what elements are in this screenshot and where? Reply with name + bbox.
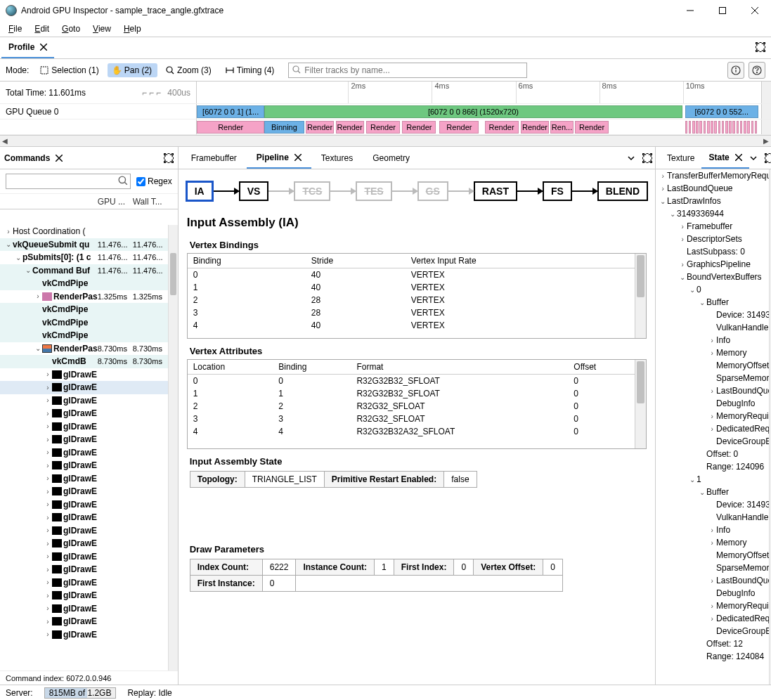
command-search-input[interactable] [6,174,131,189]
state-row[interactable]: ⌄3149336944 [656,207,769,220]
table-row[interactable]: 44R32G32B32A32_SFLOAT0 [188,425,635,438]
trace-block[interactable] [711,121,713,134]
zoom-mode-button[interactable]: Zoom (3) [160,63,217,77]
command-row[interactable]: ›glDrawE [0,446,168,460]
state-row[interactable]: ›MemoryRequirements [656,599,769,612]
close-icon[interactable] [40,44,47,51]
state-row[interactable]: LastSubpass: 0 [656,245,769,258]
command-row[interactable]: ⌄Command Buf11.476...11.476... [0,264,168,278]
state-row[interactable]: VulkanHandle: 1483992096 [656,511,769,524]
command-row[interactable]: vkCmdPipe [0,329,168,342]
trace-block[interactable] [692,121,695,134]
tab-textures[interactable]: Textures [311,147,363,169]
state-row[interactable]: ›LastBoundQueue [656,574,769,587]
trace-block[interactable] [718,121,721,134]
trace-block[interactable]: Render [439,121,479,134]
state-row[interactable]: MemoryOffset: 12964288 [656,549,769,562]
help-button[interactable] [749,62,765,79]
command-row[interactable]: ⌄pSubmits[0]: (1 c11.476...11.476... [0,251,168,264]
trace-block[interactable] [755,121,758,134]
chevron-down-icon[interactable] [749,154,758,162]
trace-block[interactable]: Ren... [550,121,573,134]
menu-file[interactable]: File [3,22,27,35]
trace-block[interactable] [696,121,699,134]
scroll-left-icon[interactable]: ◀ [2,137,8,145]
timeline-hscroll[interactable]: ◀ ▶ [0,135,771,146]
timeline-ruler[interactable]: 2ms4ms6ms8ms10ms [197,82,761,103]
stage-ia[interactable]: IA [186,181,214,202]
state-row[interactable]: ›Memory [656,536,769,549]
trace-block[interactable] [744,121,746,134]
command-row[interactable]: ⌄vkQueueSubmit qu11.476...11.476... [0,238,168,252]
table-vscroll[interactable] [635,254,646,338]
trace-block[interactable]: [6072 0 0 552... [685,105,758,118]
command-row[interactable]: ›glDrawE [0,576,168,590]
command-row[interactable]: vkCmdB8.730ms8.730ms [0,355,168,368]
command-row[interactable]: ›glDrawE [0,485,168,498]
trace-block[interactable] [732,121,735,134]
table-row[interactable]: 22R32G32_SFLOAT0 [188,400,635,413]
state-row[interactable]: ›LastBoundQueue [656,182,769,195]
col-gpu[interactable]: GPU ... [98,197,133,207]
command-row[interactable]: ›glDrawE [0,394,168,408]
trace-block[interactable]: Render [306,121,334,134]
timing-mode-button[interactable]: Timing (4) [220,63,280,77]
state-row[interactable]: MemoryOffset: 12964288 [656,359,769,372]
trace-block[interactable] [751,121,754,134]
tab-pipeline[interactable]: Pipeline [247,147,311,169]
state-row[interactable]: DeviceGroupBinding [656,435,769,448]
command-row[interactable]: ›glDrawE [0,524,168,538]
state-row[interactable]: SparseMemoryBindings [656,372,769,384]
tab-texture[interactable]: Texture [660,147,701,169]
state-row[interactable]: ›Info [656,524,769,536]
state-row[interactable]: ⌄1 [656,473,769,486]
menu-edit[interactable]: Edit [29,22,55,35]
close-icon[interactable] [735,154,742,161]
state-row[interactable]: ›Info [656,334,769,346]
table-row[interactable]: 33R32G32_SFLOAT0 [188,413,635,425]
trace-block[interactable] [707,121,710,134]
state-row[interactable]: Offset: 0 [656,448,769,460]
stage-vs[interactable]: VS [239,181,269,201]
state-row[interactable]: ⌄0 [656,283,769,296]
stage-gs[interactable]: GS [417,181,448,201]
state-row[interactable]: ›DedicatedRequirements [656,612,769,625]
tab-framebuffer[interactable]: Framebuffer [181,147,247,169]
trace-block[interactable] [722,121,725,134]
state-row[interactable]: Device: 3149342640 [656,309,769,321]
command-row[interactable]: ›glDrawE [0,589,168,602]
gpu-queue-track[interactable]: [6072 0 0 1] (1... [6072 0 0 866] (1520x… [197,104,761,119]
stage-fs[interactable]: FS [543,181,572,201]
state-row[interactable]: VulkanHandle: 1483992096 [656,321,769,334]
state-row[interactable]: SparseMemoryBindings [656,562,769,574]
close-button[interactable] [739,0,771,21]
state-row[interactable]: ⌄BoundVertexBuffers [656,271,769,283]
menu-help[interactable]: Help [118,22,147,35]
trace-block[interactable] [714,121,717,134]
trace-block[interactable]: Render [336,121,364,134]
command-row[interactable]: vkCmdPipe [0,316,168,330]
tab-profile[interactable]: Profile [1,37,54,58]
trace-block[interactable] [725,121,728,134]
command-row[interactable]: vkCmdPipe [0,303,168,316]
render-track[interactable]: RenderBinningRenderRenderRenderRenderRen… [197,119,761,134]
command-row[interactable]: ⌄RenderPas8.730ms8.730ms [0,342,168,356]
trace-block[interactable]: Render [575,121,609,134]
menu-goto[interactable]: Goto [56,22,86,35]
command-row[interactable]: ›glDrawE [0,472,168,486]
state-row[interactable]: ›DescriptorSets [656,233,769,245]
command-row[interactable]: ›Host Coordination ( [0,225,168,238]
table-row[interactable]: 00R32G32B32_SFLOAT0 [188,375,635,388]
command-row[interactable]: ›glDrawE [0,550,168,564]
state-row[interactable]: ›GraphicsPipeline [656,258,769,271]
stage-rast[interactable]: RAST [474,181,517,201]
commands-vscroll[interactable] [168,225,178,670]
state-row[interactable]: DebugInfo [656,397,769,410]
regex-checkbox[interactable]: Regex [136,176,172,186]
pan-mode-button[interactable]: ✋ Pan (2) [108,63,157,77]
trace-block[interactable]: Render [366,121,400,134]
filter-input[interactable] [288,63,527,78]
state-row[interactable]: ⌄LastDrawInfos [656,195,769,207]
info-button[interactable] [727,62,744,79]
table-row[interactable]: 228VERTEX [188,294,635,306]
